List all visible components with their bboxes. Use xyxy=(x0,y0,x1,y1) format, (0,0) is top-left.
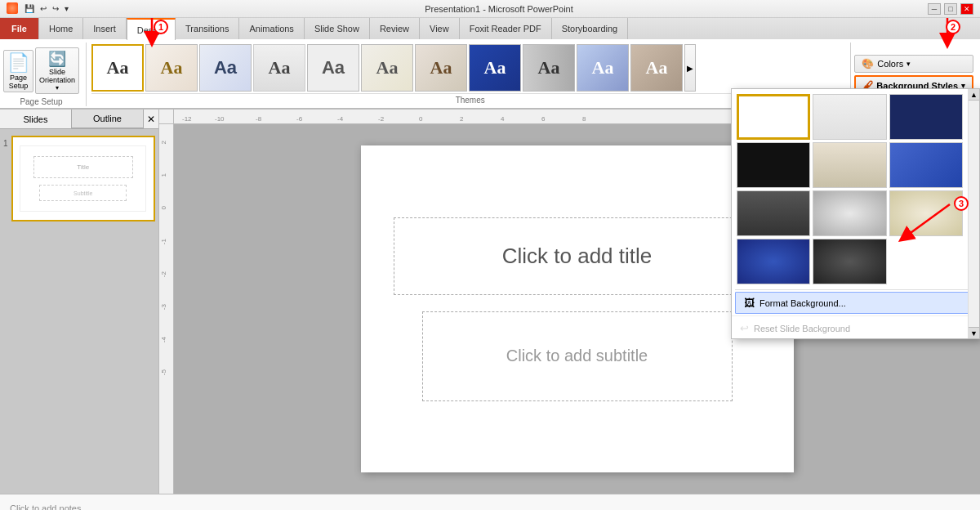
customize-quick-btn[interactable]: ▾ xyxy=(63,4,70,13)
colors-dropdown-icon: ▾ xyxy=(906,60,911,68)
themes-area: Aa Aa Aa Aa Aa xyxy=(91,42,849,93)
slide-thumbnail[interactable]: Title Subtitle xyxy=(11,136,155,221)
format-bg-label: Format Background... xyxy=(760,298,846,308)
format-background-item[interactable]: 🖼 Format Background... xyxy=(735,292,976,314)
tab-storyboarding[interactable]: Storyboarding xyxy=(552,18,629,39)
bg-swatch-5[interactable] xyxy=(813,142,886,188)
tab-design[interactable]: Design xyxy=(127,18,176,40)
bg-swatch-2[interactable] xyxy=(813,94,886,140)
notes-bar[interactable]: Click to add notes xyxy=(0,494,980,510)
tab-foxit[interactable]: Foxit Reader PDF xyxy=(460,18,552,39)
sidebar-close-btn[interactable]: ✕ xyxy=(144,110,158,129)
title-bar: 💾 ↩ ↪ ▾ Presentation1 - Microsoft PowerP… xyxy=(0,0,980,18)
tab-review[interactable]: Review xyxy=(370,18,420,39)
tab-home[interactable]: Home xyxy=(39,18,83,39)
colors-button[interactable]: 🎨 Colors ▾ xyxy=(854,55,973,73)
window-title: Presentation1 - Microsoft PowerPoint xyxy=(425,4,573,14)
slide-orientation-btn[interactable]: 🔄 Slide Orientation ▾ xyxy=(35,47,79,94)
bg-swatch-8[interactable] xyxy=(813,190,886,236)
themes-scroll-right[interactable]: ▶ xyxy=(684,44,696,92)
bg-swatch-10[interactable] xyxy=(737,239,810,284)
tab-view[interactable]: View xyxy=(420,18,460,39)
save-quick-btn[interactable]: 💾 xyxy=(23,4,36,13)
bg-swatches-grid xyxy=(732,89,979,289)
tab-outline[interactable]: Outline xyxy=(72,110,144,128)
bg-swatch-7[interactable] xyxy=(737,190,810,236)
slide-subtitle-text: Click to add subtitle xyxy=(506,347,648,365)
dropdown-scrollbar[interactable]: ▲ ▼ xyxy=(968,89,979,338)
tab-slides[interactable]: Slides xyxy=(0,110,72,128)
theme-11[interactable]: Aa xyxy=(630,44,683,92)
ruler-vertical: 2 1 0 -1 -2 -3 -4 -5 xyxy=(159,124,174,494)
maximize-btn[interactable]: □ xyxy=(944,3,957,15)
theme-8[interactable]: Aa xyxy=(469,44,521,92)
bg-swatch-9[interactable] xyxy=(889,190,963,236)
app-icon xyxy=(7,2,18,16)
theme-4[interactable]: Aa xyxy=(253,44,305,92)
reset-bg-icon: ↩ xyxy=(740,322,749,334)
slide-title-box[interactable]: Click to add title xyxy=(394,217,761,295)
tab-animations[interactable]: Animations xyxy=(239,18,304,39)
format-bg-icon: 🖼 xyxy=(744,297,755,309)
theme-5[interactable]: Aa xyxy=(307,44,359,92)
page-setup-btn[interactable]: 📄 Page Setup xyxy=(3,50,33,92)
bg-swatch-1[interactable] xyxy=(737,94,810,140)
ribbon-tab-bar: File Home Insert Design Transitions Anim… xyxy=(0,18,980,39)
slide[interactable]: Click to add title Click to add subtitle xyxy=(361,145,794,472)
slide-number-label: 1 xyxy=(3,139,8,148)
theme-7[interactable]: Aa xyxy=(415,44,467,92)
slide-subtitle-box[interactable]: Click to add subtitle xyxy=(422,311,733,401)
theme-3[interactable]: Aa xyxy=(199,44,252,92)
page-setup-group-label: Page Setup xyxy=(20,97,62,106)
bg-swatch-6[interactable] xyxy=(889,142,963,188)
sidebar: Slides Outline ✕ 1 Title Subtitle xyxy=(0,110,159,494)
bg-swatch-3[interactable] xyxy=(889,94,963,140)
theme-default[interactable]: Aa xyxy=(91,44,144,92)
tab-file[interactable]: File xyxy=(0,18,39,39)
tab-transitions[interactable]: Transitions xyxy=(176,18,239,39)
minimize-btn[interactable]: ─ xyxy=(928,3,941,15)
undo-quick-btn[interactable]: ↩ xyxy=(38,4,48,13)
scroll-down-btn[interactable]: ▼ xyxy=(969,327,979,338)
bg-swatch-4[interactable] xyxy=(737,142,810,188)
redo-quick-btn[interactable]: ↪ xyxy=(51,4,60,13)
close-btn[interactable]: ✕ xyxy=(960,3,973,15)
theme-2[interactable]: Aa xyxy=(145,44,198,92)
scroll-up-btn[interactable]: ▲ xyxy=(969,89,979,101)
tab-insert[interactable]: Insert xyxy=(83,18,127,39)
colors-label: Colors xyxy=(877,59,903,69)
slide-title-text: Click to add title xyxy=(502,244,653,269)
colors-icon: 🎨 xyxy=(862,58,874,69)
quick-access-toolbar: 💾 ↩ ↪ ▾ xyxy=(23,4,70,13)
tab-slideshow[interactable]: Slide Show xyxy=(305,18,370,39)
theme-6[interactable]: Aa xyxy=(361,44,413,92)
dropdown-menu: 🖼 Format Background... ↩ Reset Slide Bac… xyxy=(732,292,979,338)
slide-panel: 1 Title Subtitle xyxy=(0,129,158,494)
theme-9[interactable]: Aa xyxy=(523,44,575,92)
reset-slide-bg-item[interactable]: ↩ Reset Slide Background xyxy=(732,318,979,338)
reset-bg-label: Reset Slide Background xyxy=(754,324,850,333)
bg-swatch-11[interactable] xyxy=(813,239,886,284)
theme-10[interactable]: Aa xyxy=(577,44,629,92)
scroll-track xyxy=(969,101,979,327)
background-styles-dropdown: ▲ ▼ 🖼 xyxy=(731,88,980,339)
notes-placeholder: Click to add notes xyxy=(10,503,81,511)
